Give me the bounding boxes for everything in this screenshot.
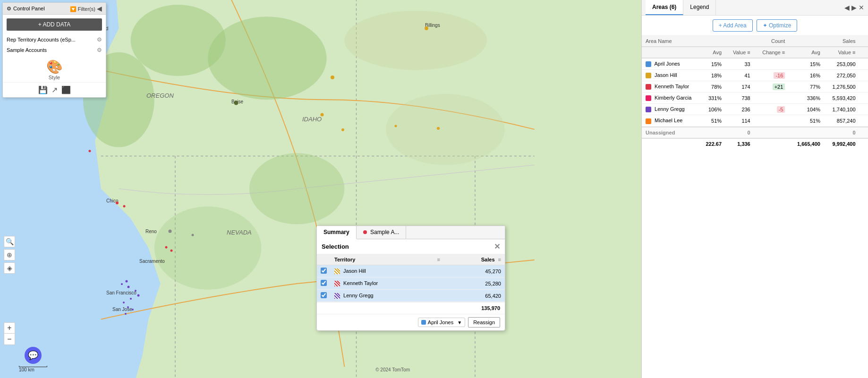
area-sales-val: 272,050 bbox=[824, 70, 859, 81]
save-icon[interactable]: 💾 bbox=[38, 85, 48, 94]
state-oregon: OREGON bbox=[146, 92, 174, 99]
city-sj: San Jose bbox=[112, 307, 132, 312]
area-count-change: -5 bbox=[754, 104, 789, 115]
map-dot bbox=[135, 290, 136, 292]
selection-footer: 135,970 bbox=[317, 302, 505, 314]
col-territory-header: Territory ≡ bbox=[331, 254, 444, 265]
location-button[interactable]: ⊕ bbox=[4, 249, 15, 260]
selection-title: Selection bbox=[322, 243, 349, 250]
zoom-out-button[interactable]: − bbox=[4, 334, 15, 345]
area-name-cell: Kenneth Taylor bbox=[642, 81, 698, 92]
area-count-val: 738 bbox=[725, 92, 754, 104]
tab-areas[interactable]: Areas (6) bbox=[646, 0, 683, 15]
row-checkbox[interactable] bbox=[321, 280, 327, 286]
areas-subhead-sales-val: Value ≡ bbox=[824, 47, 859, 58]
zoom-in-button[interactable]: + bbox=[4, 322, 15, 334]
layer-gear-1[interactable]: ⚙ bbox=[97, 36, 102, 43]
search-map-button[interactable]: 🔍 bbox=[4, 236, 15, 247]
add-area-button[interactable]: + Add Area bbox=[713, 19, 753, 32]
map-controls: 🔍 ⊕ ◈ bbox=[4, 236, 15, 274]
areas-subhead-name bbox=[642, 47, 698, 58]
row-territory-cell: Kenneth Taylor bbox=[331, 277, 444, 290]
map-area: Portland Salem Eugene Boise Chico Reno S… bbox=[0, 0, 641, 378]
selection-table: Territory ≡ Sales ≡ Jason bbox=[317, 254, 505, 302]
selection-row: Kenneth Taylor 25,280 bbox=[317, 277, 505, 290]
map-dot bbox=[125, 313, 127, 315]
areas-table-row: Jason Hill 18% 41 -16 16% 272,050 bbox=[642, 70, 868, 81]
area-count-avg: 331% bbox=[698, 92, 725, 104]
control-panel-toolbar: 💾 ↗ ⬛ bbox=[3, 82, 106, 97]
tab-summary[interactable]: Summary bbox=[317, 226, 357, 239]
areas-col-count-avg: Count bbox=[698, 36, 789, 47]
row-checkbox[interactable] bbox=[321, 268, 327, 274]
areas-table-container: Area Name Count Sales Avg Value ≡ Change… bbox=[642, 36, 868, 378]
unassigned-name: Unassigned bbox=[642, 127, 698, 138]
row-checkbox[interactable] bbox=[321, 292, 327, 298]
area-color-indicator bbox=[646, 118, 651, 124]
layer-gear-2[interactable]: ⚙ bbox=[97, 47, 102, 53]
area-extra bbox=[859, 115, 868, 127]
area-sales-val: 253,090 bbox=[824, 58, 859, 70]
share-icon[interactable]: ↗ bbox=[51, 85, 58, 94]
tab-sample-dot bbox=[363, 230, 367, 234]
area-name-text: Jason Hill bbox=[655, 72, 677, 78]
tab-sample[interactable]: Sample A... bbox=[357, 226, 407, 239]
chat-bubble[interactable]: 💬 bbox=[25, 347, 42, 364]
add-data-button[interactable]: + ADD DATA bbox=[7, 18, 102, 31]
right-panel-actions: + Add Area ✦ Optimize bbox=[642, 16, 868, 36]
control-panel-title: Control Panel bbox=[13, 6, 45, 11]
close-right-panel-button[interactable]: ✕ bbox=[859, 4, 864, 11]
reassign-button[interactable]: Reassign bbox=[468, 317, 500, 328]
territory-sort-icon[interactable]: ≡ bbox=[437, 257, 440, 262]
areas-subhead-count-chg: Change ≡ bbox=[754, 47, 789, 58]
right-panel-tabs: Areas (6) Legend bbox=[646, 0, 716, 15]
area-count-avg: 18% bbox=[698, 70, 725, 81]
close-button[interactable]: ✕ bbox=[494, 242, 500, 251]
svg-point-12 bbox=[344, 11, 487, 70]
territory-select-dropdown[interactable]: April Jones ▼ bbox=[418, 318, 465, 327]
areas-col-name: Area Name bbox=[642, 36, 698, 47]
map-dot bbox=[425, 26, 428, 30]
area-name-text: April Jones bbox=[654, 61, 680, 67]
map-copyright: © 2024 TomTom bbox=[375, 367, 410, 372]
tab-summary-label: Summary bbox=[323, 229, 349, 235]
optimize-button[interactable]: ✦ Optimize bbox=[757, 19, 798, 32]
city-sacramento: Sacramento bbox=[139, 259, 165, 264]
filter-button[interactable]: 🔽 Filter(s) bbox=[70, 6, 97, 12]
export-icon[interactable]: ⬛ bbox=[61, 85, 71, 94]
style-palette-icon[interactable]: 🎨 bbox=[46, 59, 63, 75]
totals-label bbox=[642, 138, 698, 149]
arrow-left-button[interactable]: ◀ bbox=[844, 4, 850, 11]
area-sales-avg: 16% bbox=[789, 70, 824, 81]
area-count-change: +21 bbox=[754, 81, 789, 92]
control-panel-icon: ⚙ bbox=[7, 6, 11, 12]
map-dot bbox=[234, 101, 238, 105]
selection-row: Jason Hill 45,270 bbox=[317, 265, 505, 277]
area-count-change bbox=[754, 115, 789, 127]
right-panel-arrows: ◀ ▶ ✕ bbox=[844, 4, 864, 11]
row-sales-cell: 45,270 bbox=[444, 265, 505, 277]
territory-color-swatch bbox=[334, 281, 340, 286]
compass-button[interactable]: ◈ bbox=[4, 262, 15, 274]
area-name-text: Kenneth Taylor bbox=[655, 84, 689, 89]
collapse-button[interactable]: ◀ bbox=[97, 5, 102, 12]
map-dot bbox=[132, 309, 134, 311]
area-color-indicator bbox=[646, 84, 651, 90]
row-territory-cell: Lenny Gregg bbox=[331, 290, 444, 302]
area-extra bbox=[859, 58, 868, 70]
map-dot bbox=[341, 128, 344, 131]
map-dot bbox=[130, 298, 132, 300]
unassigned-count-val: 0 bbox=[725, 127, 754, 138]
totals-sales-val: 9,992,400 bbox=[824, 138, 859, 149]
area-extra bbox=[859, 70, 868, 81]
row-checkbox-cell bbox=[317, 290, 331, 302]
selection-total: 135,970 bbox=[481, 305, 500, 311]
sales-sort-icon[interactable]: ≡ bbox=[498, 257, 501, 262]
scale-label: 100 km bbox=[19, 367, 34, 372]
map-dot bbox=[170, 250, 173, 252]
tab-legend[interactable]: Legend bbox=[683, 0, 716, 15]
selection-row: Lenny Gregg 65,420 bbox=[317, 290, 505, 302]
state-idaho: IDAHO bbox=[302, 116, 322, 123]
main-container: Portland Salem Eugene Boise Chico Reno S… bbox=[0, 0, 868, 378]
arrow-right-button[interactable]: ▶ bbox=[851, 4, 857, 11]
